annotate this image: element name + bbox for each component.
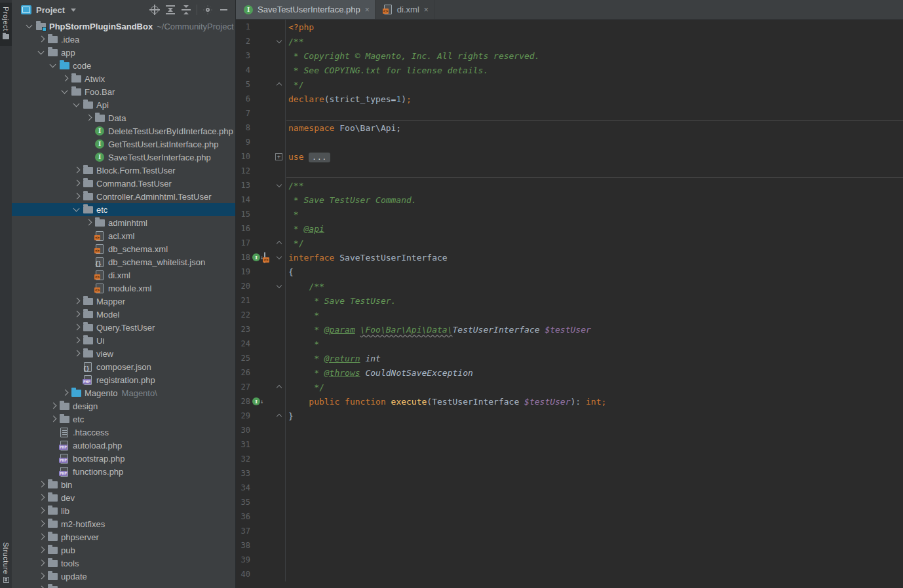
tree-item-bin[interactable]: bin [12,478,235,491]
chevron-collapsed-icon[interactable] [71,348,82,359]
chevron-collapsed-icon[interactable] [83,113,94,123]
tree-item-registration-php[interactable]: PHPregistration.php [12,373,235,386]
tree-item--htaccess[interactable]: .htaccess [12,426,235,439]
tree-item-update[interactable]: update [12,570,235,583]
tree-item-controller-adminhtml-testuser[interactable]: Controller.Adminhtml.TestUser [12,190,235,203]
tree-item-module-xml[interactable]: <>module.xml [12,282,235,295]
tree-item-bootstrap-php[interactable]: PHPbootstrap.php [12,452,235,465]
tab-savetestuserinterface-php[interactable]: ISaveTestUserInterface.php× [236,0,375,19]
tree-item-functions-php[interactable]: PHPfunctions.php [12,465,235,478]
tree-item-phpserver[interactable]: phpserver [12,530,235,543]
di-xml-gutter-icon[interactable]: <> [264,253,265,263]
tree-item-tools[interactable]: tools [12,557,235,570]
tab-di-xml[interactable]: <>di.xml× [375,0,434,19]
tree-item-lib[interactable]: lib [12,504,235,517]
tree-item-ui[interactable]: Ui [12,334,235,347]
chevron-down-icon[interactable] [71,9,76,12]
tree-item-api[interactable]: Api [12,98,235,111]
chevron-collapsed-icon[interactable] [71,165,82,175]
tree-item-model[interactable]: Model [12,308,235,321]
project-panel-title[interactable]: Project [36,5,65,15]
collapse-all-button[interactable] [178,3,194,17]
chevron-expanded-icon[interactable] [71,100,82,110]
tree-item-etc[interactable]: etc [12,413,235,426]
tree-item-block-form-testuser[interactable]: Block.Form.TestUser [12,164,235,177]
tree-item-acl-xml[interactable]: <>acl.xml [12,229,235,242]
tree-item-dev[interactable]: dev [12,491,235,504]
tree-item-gettestuserlistinterface-php[interactable]: IGetTestUserListInterface.php [12,138,235,151]
tree-item-di-xml[interactable]: <>di.xml [12,268,235,282]
chevron-expanded-icon[interactable] [36,47,47,58]
hide-panel-button[interactable] [216,3,231,17]
tree-item-foo-bar[interactable]: Foo.Bar [12,85,235,98]
chevron-expanded-icon[interactable] [60,86,70,97]
tree-item-adminhtml[interactable]: adminhtml [12,216,235,229]
chevron-collapsed-icon[interactable] [71,309,82,320]
tree-item-data[interactable]: Data [12,111,235,124]
chevron-collapsed-icon[interactable] [36,479,47,490]
chevron-collapsed-icon[interactable] [71,191,82,202]
chevron-collapsed-icon[interactable] [36,584,47,588]
tree-item-query-testuser[interactable]: Query.TestUser [12,321,235,334]
chevron-collapsed-icon[interactable] [36,532,47,542]
chevron-collapsed-icon[interactable] [71,322,82,333]
chevron-collapsed-icon[interactable] [36,34,47,45]
expand-all-button[interactable] [163,3,178,17]
chevron-collapsed-icon[interactable] [36,545,47,555]
tree-item-composer-json[interactable]: {}composer.json [12,360,235,373]
tab-close-icon[interactable]: × [424,6,429,14]
implementations-gutter-icon[interactable]: I↓ [252,397,263,405]
folded-region-placeholder[interactable]: ... [309,153,330,162]
tree-item-autoload-php[interactable]: PHPautoload.php [12,439,235,452]
tree-item-var[interactable]: var [12,583,235,588]
chevron-collapsed-icon[interactable] [71,178,82,189]
chevron-collapsed-icon[interactable] [83,217,94,228]
chevron-collapsed-icon[interactable] [36,492,47,503]
tab-close-icon[interactable]: × [365,6,370,14]
chevron-collapsed-icon[interactable] [36,519,47,529]
chevron-expanded-icon[interactable] [48,60,58,71]
fold-open-icon[interactable] [276,254,282,261]
tree-item-pub[interactable]: pub [12,543,235,557]
chevron-collapsed-icon[interactable] [36,505,47,516]
tree-item-magento[interactable]: MagentoMagento\ [12,386,235,399]
fold-end-icon[interactable] [276,240,282,246]
fold-end-icon[interactable] [276,413,282,419]
tree-item-db-schema-whitelist-json[interactable]: {}db_schema_whitelist.json [12,255,235,268]
tree-item-view[interactable]: view [12,347,235,360]
tree-item-savetestuserinterface-php[interactable]: ISaveTestUserInterface.php [12,151,235,164]
fold-open-icon[interactable] [276,182,282,189]
tree-item-phpstormpluginsandbox[interactable]: PhpStormPluginSandBox~/CommunityProject [12,20,235,33]
locate-file-button[interactable] [147,3,163,17]
tree-item-command-testuser[interactable]: Command.TestUser [12,177,235,190]
chevron-collapsed-icon[interactable] [36,571,47,581]
tree-item-etc[interactable]: etc [12,203,235,216]
chevron-collapsed-icon[interactable] [71,296,82,306]
tree-item-deletetestuserbyidinterface-php[interactable]: IDeleteTestUserByIdInterface.php [12,124,235,138]
tree-item-m2-hotfixes[interactable]: m2-hotfixes [12,517,235,530]
implementations-gutter-icon[interactable]: I↓ [252,253,263,261]
chevron-collapsed-icon[interactable] [48,401,58,411]
chevron-collapsed-icon[interactable] [60,73,70,84]
chevron-collapsed-icon[interactable] [36,558,47,568]
chevron-collapsed-icon[interactable] [71,335,82,346]
fold-end-icon[interactable] [276,81,282,88]
project-tool-button[interactable]: Project [0,3,12,46]
tree-item-db-schema-xml[interactable]: <>db_schema.xml [12,242,235,255]
settings-button[interactable] [200,3,216,17]
tree-item-mapper[interactable]: Mapper [12,295,235,308]
chevron-expanded-icon[interactable] [71,204,82,215]
chevron-collapsed-icon[interactable] [60,388,70,398]
tree-item-design[interactable]: design [12,399,235,413]
chevron-collapsed-icon[interactable] [48,414,58,424]
chevron-expanded-icon[interactable] [24,21,35,31]
fold-open-icon[interactable] [276,283,282,289]
code-editor[interactable]: 1<?php2/**3 * Copyright © Magento, Inc. … [236,20,903,588]
tree-item-app[interactable]: app [12,46,235,59]
structure-tool-button[interactable]: Structure [0,542,12,585]
fold-open-icon[interactable] [276,38,282,45]
fold-end-icon[interactable] [276,384,282,390]
tree-item--idea[interactable]: .idea [12,33,235,46]
tree-item-code[interactable]: code [12,59,235,72]
tree-item-atwix[interactable]: Atwix [12,72,235,85]
